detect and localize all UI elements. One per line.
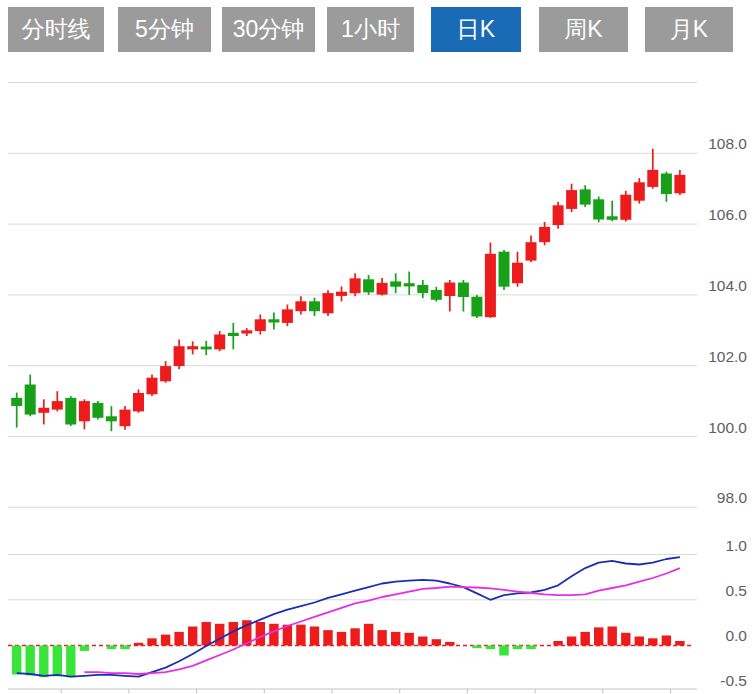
macd-bar: [323, 630, 332, 645]
tab-weekly-k[interactable]: 周K: [539, 7, 628, 52]
macd-axis-tick: 1.0: [725, 537, 747, 554]
macd-bar: [53, 646, 62, 677]
macd-bar: [472, 646, 481, 649]
period-tabbar: 分时线 5分钟 30分钟 1小时 日K 周K 月K: [8, 7, 733, 52]
macd-bar: [662, 636, 671, 646]
candle-body: [674, 175, 685, 193]
candle-body: [485, 254, 496, 317]
candle-body: [309, 301, 320, 311]
macd-axis-labels: 1.00.50.0-0.5: [720, 537, 747, 690]
bottom-axis: [8, 689, 697, 694]
macd-bar: [648, 638, 657, 645]
macd-bar: [486, 646, 495, 650]
candle-body: [512, 263, 523, 284]
tab-monthly-k[interactable]: 月K: [645, 7, 733, 52]
tab-timeline[interactable]: 分时线: [8, 7, 104, 52]
candle-body: [25, 385, 36, 415]
candle-body: [11, 398, 22, 406]
macd-bar: [635, 637, 644, 646]
macd-bar: [621, 633, 630, 646]
macd-grid: [8, 555, 697, 600]
macd-bar: [513, 646, 522, 650]
candle-body: [38, 408, 49, 413]
tab-daily-k[interactable]: 日K: [431, 7, 521, 52]
candle-body: [174, 346, 185, 366]
candle-body: [526, 242, 537, 260]
macd-bar: [296, 625, 305, 646]
candle-body: [404, 283, 415, 286]
macd-bar: [418, 637, 427, 646]
candle-body: [160, 366, 171, 381]
candle-body: [417, 285, 428, 293]
tab-5min[interactable]: 5分钟: [118, 7, 211, 52]
macd-bar: [147, 638, 156, 645]
candle-body: [350, 278, 361, 293]
macd-bar: [337, 632, 346, 646]
price-grid: [8, 83, 697, 508]
candle-body: [65, 398, 76, 425]
candle-body: [580, 189, 591, 204]
candle-body: [553, 205, 564, 225]
macd-bar: [567, 637, 576, 646]
candle-body: [444, 283, 455, 297]
candle-body: [539, 227, 550, 242]
price-axis-tick: 104.0: [708, 277, 747, 294]
macd-bar: [675, 641, 684, 646]
macd-bar: [445, 642, 454, 646]
macd-bar: [553, 641, 562, 646]
candle-body: [363, 279, 374, 292]
kline-app: 分时线 5分钟 30分钟 1小时 日K 周K 月K 108.0106.0104.…: [0, 0, 755, 694]
candle-body: [255, 319, 266, 331]
candle-body: [431, 290, 442, 300]
candle-body: [471, 297, 482, 317]
macd-bar: [134, 643, 143, 646]
candle-body: [79, 401, 90, 421]
macd-bar: [608, 627, 617, 646]
candle-body: [620, 195, 631, 220]
price-axis-tick: 100.0: [708, 419, 747, 436]
macd-bar: [350, 628, 359, 645]
macd-axis-tick: 0.0: [725, 627, 747, 644]
dif-line: [17, 557, 680, 677]
macd-bar: [161, 635, 170, 646]
candle-body: [377, 283, 388, 295]
macd-bar: [364, 624, 373, 646]
candle-body: [282, 309, 293, 323]
macd-bar: [391, 632, 400, 646]
dif-line-group: [17, 557, 680, 677]
candle-body: [228, 333, 239, 336]
macd-axis-tick: 0.5: [725, 582, 747, 599]
macd-bar: [120, 646, 129, 650]
candle-body: [52, 401, 63, 410]
candle-body: [92, 403, 103, 418]
tab-30min[interactable]: 30分钟: [222, 7, 315, 52]
candle-body: [201, 347, 212, 350]
macd-bar: [174, 632, 183, 646]
macd-bar: [526, 646, 535, 650]
price-axis-tick: 102.0: [708, 348, 747, 365]
candle-body: [133, 393, 144, 411]
macd-bar: [39, 646, 48, 678]
macd-bar: [80, 646, 89, 651]
candle-body: [661, 174, 672, 195]
macd-bar: [188, 627, 197, 646]
macd-bar: [581, 632, 590, 646]
candle-body: [634, 182, 645, 200]
macd-bar: [256, 622, 265, 646]
tab-1hour[interactable]: 1小时: [327, 7, 414, 52]
macd-bar: [405, 633, 414, 646]
macd-bar: [66, 646, 75, 678]
macd-bar: [12, 646, 21, 675]
macd-bar: [594, 627, 603, 645]
candle-body: [323, 293, 334, 313]
candle-body: [390, 281, 401, 286]
chart-canvas[interactable]: 108.0106.0104.0102.0100.098.01.00.50.0-0…: [0, 0, 755, 694]
macd-bar: [377, 630, 386, 645]
candle-body: [499, 252, 510, 287]
macd-bar: [215, 624, 224, 646]
macd-bar: [499, 646, 508, 656]
candle-body: [336, 292, 347, 296]
price-axis-tick: 98.0: [717, 489, 748, 506]
price-axis-labels: 108.0106.0104.0102.0100.098.0: [708, 135, 747, 506]
macd-bar: [310, 627, 319, 646]
